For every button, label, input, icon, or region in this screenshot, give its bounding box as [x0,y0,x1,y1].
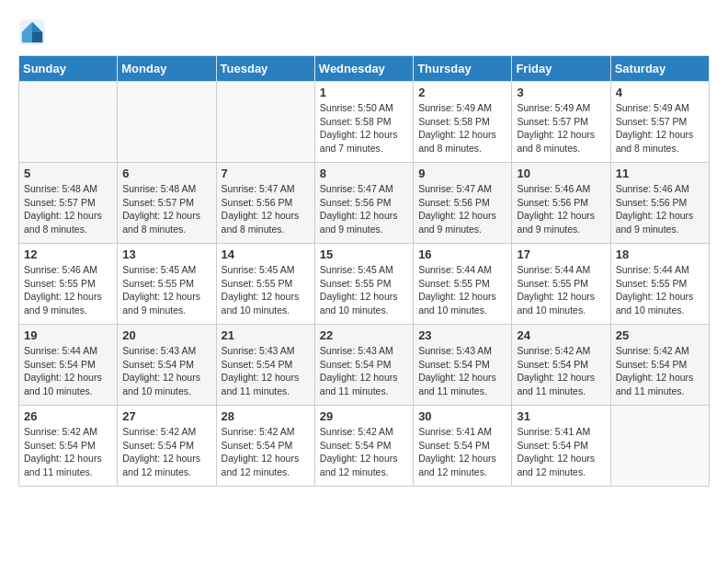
header-cell-friday: Friday [512,56,610,82]
day-number: 14 [222,247,310,261]
day-info: Sunrise: 5:47 AM Sunset: 5:56 PM Dayligh… [320,182,408,236]
day-number: 25 [616,328,704,342]
logo [18,18,50,46]
day-number: 31 [517,409,605,423]
day-number: 8 [320,167,408,180]
calendar-cell: 10Sunrise: 5:46 AM Sunset: 5:56 PM Dayli… [512,163,610,244]
header-cell-monday: Monday [118,56,216,82]
calendar-cell: 17Sunrise: 5:44 AM Sunset: 5:55 PM Dayli… [512,244,610,325]
day-number: 2 [418,86,506,99]
calendar-cell: 2Sunrise: 5:49 AM Sunset: 5:58 PM Daylig… [414,82,512,163]
calendar-cell [216,82,314,163]
day-info: Sunrise: 5:41 AM Sunset: 5:54 PM Dayligh… [517,425,605,479]
day-number: 11 [616,167,704,180]
day-info: Sunrise: 5:44 AM Sunset: 5:55 PM Dayligh… [616,263,704,317]
day-info: Sunrise: 5:43 AM Sunset: 5:54 PM Dayligh… [222,344,310,398]
header-cell-sunday: Sunday [19,56,118,82]
calendar-cell: 8Sunrise: 5:47 AM Sunset: 5:56 PM Daylig… [314,163,413,244]
day-info: Sunrise: 5:46 AM Sunset: 5:56 PM Dayligh… [616,182,704,236]
day-info: Sunrise: 5:50 AM Sunset: 5:58 PM Dayligh… [320,101,408,155]
calendar-body: 1Sunrise: 5:50 AM Sunset: 5:58 PM Daylig… [19,82,710,487]
day-number: 3 [517,86,605,99]
day-info: Sunrise: 5:46 AM Sunset: 5:55 PM Dayligh… [24,263,112,317]
calendar-header: SundayMondayTuesdayWednesdayThursdayFrid… [19,56,710,82]
day-info: Sunrise: 5:41 AM Sunset: 5:54 PM Dayligh… [418,425,506,479]
calendar-cell: 19Sunrise: 5:44 AM Sunset: 5:54 PM Dayli… [19,325,118,406]
calendar-cell [118,82,216,163]
day-number: 7 [222,167,310,180]
logo-icon [18,18,46,46]
calendar-cell: 27Sunrise: 5:42 AM Sunset: 5:54 PM Dayli… [118,406,216,487]
day-number: 28 [222,409,310,423]
day-info: Sunrise: 5:49 AM Sunset: 5:58 PM Dayligh… [418,101,506,155]
day-info: Sunrise: 5:44 AM Sunset: 5:55 PM Dayligh… [517,263,605,317]
day-number: 1 [320,86,408,99]
calendar-cell: 29Sunrise: 5:42 AM Sunset: 5:54 PM Dayli… [314,406,413,487]
calendar-cell: 30Sunrise: 5:41 AM Sunset: 5:54 PM Dayli… [414,406,512,487]
calendar-cell: 4Sunrise: 5:49 AM Sunset: 5:57 PM Daylig… [610,82,709,163]
day-info: Sunrise: 5:42 AM Sunset: 5:54 PM Dayligh… [222,425,310,479]
svg-marker-2 [32,32,42,42]
header-cell-wednesday: Wednesday [314,56,413,82]
day-number: 17 [517,247,605,261]
day-number: 23 [418,328,506,342]
calendar-cell: 20Sunrise: 5:43 AM Sunset: 5:54 PM Dayli… [118,325,216,406]
day-info: Sunrise: 5:46 AM Sunset: 5:56 PM Dayligh… [517,182,605,236]
day-number: 29 [320,409,408,423]
page-header [18,18,710,46]
day-number: 26 [24,409,112,423]
calendar-cell: 11Sunrise: 5:46 AM Sunset: 5:56 PM Dayli… [610,163,709,244]
day-number: 13 [122,247,210,261]
calendar-cell: 24Sunrise: 5:42 AM Sunset: 5:54 PM Dayli… [512,325,610,406]
day-info: Sunrise: 5:43 AM Sunset: 5:54 PM Dayligh… [122,344,210,398]
day-info: Sunrise: 5:45 AM Sunset: 5:55 PM Dayligh… [320,263,408,317]
calendar-cell: 9Sunrise: 5:47 AM Sunset: 5:56 PM Daylig… [414,163,512,244]
day-info: Sunrise: 5:42 AM Sunset: 5:54 PM Dayligh… [320,425,408,479]
day-number: 15 [320,247,408,261]
day-info: Sunrise: 5:42 AM Sunset: 5:54 PM Dayligh… [616,344,704,398]
calendar-week-1: 1Sunrise: 5:50 AM Sunset: 5:58 PM Daylig… [19,82,710,163]
day-number: 9 [418,167,506,180]
day-info: Sunrise: 5:43 AM Sunset: 5:54 PM Dayligh… [418,344,506,398]
calendar-cell: 12Sunrise: 5:46 AM Sunset: 5:55 PM Dayli… [19,244,118,325]
day-number: 10 [517,167,605,180]
calendar-cell: 7Sunrise: 5:47 AM Sunset: 5:56 PM Daylig… [216,163,314,244]
day-info: Sunrise: 5:43 AM Sunset: 5:54 PM Dayligh… [320,344,408,398]
day-number: 12 [24,247,112,261]
calendar-week-2: 5Sunrise: 5:48 AM Sunset: 5:57 PM Daylig… [19,163,710,244]
calendar-cell: 23Sunrise: 5:43 AM Sunset: 5:54 PM Dayli… [414,325,512,406]
day-number: 19 [24,328,112,342]
header-cell-saturday: Saturday [610,56,709,82]
calendar-week-4: 19Sunrise: 5:44 AM Sunset: 5:54 PM Dayli… [19,325,710,406]
day-number: 5 [24,167,112,180]
day-info: Sunrise: 5:45 AM Sunset: 5:55 PM Dayligh… [122,263,210,317]
calendar-cell: 21Sunrise: 5:43 AM Sunset: 5:54 PM Dayli… [216,325,314,406]
calendar-cell: 15Sunrise: 5:45 AM Sunset: 5:55 PM Dayli… [314,244,413,325]
day-number: 27 [122,409,210,423]
calendar-cell: 14Sunrise: 5:45 AM Sunset: 5:55 PM Dayli… [216,244,314,325]
calendar-cell: 26Sunrise: 5:42 AM Sunset: 5:54 PM Dayli… [19,406,118,487]
calendar-cell: 6Sunrise: 5:48 AM Sunset: 5:57 PM Daylig… [118,163,216,244]
day-info: Sunrise: 5:48 AM Sunset: 5:57 PM Dayligh… [24,182,112,236]
day-info: Sunrise: 5:42 AM Sunset: 5:54 PM Dayligh… [517,344,605,398]
calendar-cell: 13Sunrise: 5:45 AM Sunset: 5:55 PM Dayli… [118,244,216,325]
day-number: 20 [122,328,210,342]
calendar-week-3: 12Sunrise: 5:46 AM Sunset: 5:55 PM Dayli… [19,244,710,325]
day-number: 16 [418,247,506,261]
calendar-cell: 28Sunrise: 5:42 AM Sunset: 5:54 PM Dayli… [216,406,314,487]
calendar-cell: 3Sunrise: 5:49 AM Sunset: 5:57 PM Daylig… [512,82,610,163]
calendar-cell: 1Sunrise: 5:50 AM Sunset: 5:58 PM Daylig… [314,82,413,163]
day-number: 24 [517,328,605,342]
day-number: 18 [616,247,704,261]
calendar-cell: 16Sunrise: 5:44 AM Sunset: 5:55 PM Dayli… [414,244,512,325]
day-info: Sunrise: 5:45 AM Sunset: 5:55 PM Dayligh… [222,263,310,317]
header-cell-thursday: Thursday [414,56,512,82]
day-number: 21 [222,328,310,342]
day-number: 22 [320,328,408,342]
day-info: Sunrise: 5:47 AM Sunset: 5:56 PM Dayligh… [222,182,310,236]
day-info: Sunrise: 5:44 AM Sunset: 5:55 PM Dayligh… [418,263,506,317]
calendar-cell: 5Sunrise: 5:48 AM Sunset: 5:57 PM Daylig… [19,163,118,244]
day-number: 4 [616,86,704,99]
day-info: Sunrise: 5:44 AM Sunset: 5:54 PM Dayligh… [24,344,112,398]
day-number: 30 [418,409,506,423]
